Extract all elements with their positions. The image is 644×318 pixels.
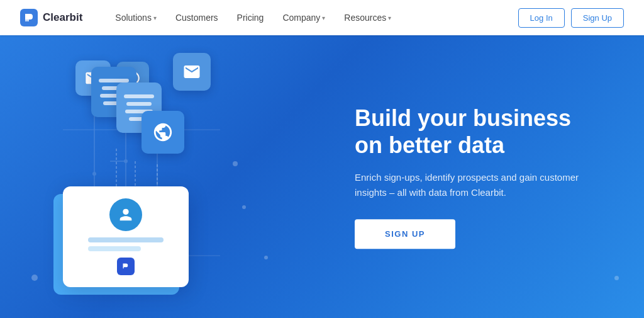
dot-5 bbox=[614, 276, 619, 280]
logo-icon bbox=[20, 9, 38, 26]
hero-illustration bbox=[19, 48, 283, 312]
nav-customers[interactable]: Customers bbox=[168, 9, 226, 26]
nav-pricing[interactable]: Pricing bbox=[230, 9, 272, 26]
avatar bbox=[109, 198, 142, 231]
nav-resources[interactable]: Resources ▾ bbox=[336, 9, 399, 26]
nav-solutions[interactable]: Solutions ▾ bbox=[108, 9, 164, 26]
hero-title: Build your business on better data bbox=[355, 105, 594, 159]
card-clearbit-logo bbox=[117, 258, 135, 275]
nav-actions: Log In Sign Up bbox=[518, 8, 624, 28]
logo-link[interactable]: Clearbit bbox=[20, 9, 82, 26]
hero-section: Build your business on better data Enric… bbox=[0, 35, 644, 318]
login-button[interactable]: Log In bbox=[518, 8, 565, 28]
company-chevron-icon: ▾ bbox=[322, 14, 325, 21]
brand-name: Clearbit bbox=[43, 11, 82, 24]
nav-links: Solutions ▾ Customers Pricing Company ▾ … bbox=[108, 9, 518, 26]
solutions-chevron-icon: ▾ bbox=[153, 14, 157, 21]
globe-icon-card-2 bbox=[142, 111, 184, 154]
navbar: Clearbit Solutions ▾ Customers Pricing C… bbox=[0, 0, 644, 35]
resources-chevron-icon: ▾ bbox=[388, 14, 391, 21]
hero-cta-button[interactable]: SIGN UP bbox=[355, 219, 455, 249]
signup-button[interactable]: Sign Up bbox=[571, 8, 624, 28]
hero-subtitle: Enrich sign-ups, identify prospects and … bbox=[355, 170, 594, 200]
person-card bbox=[63, 186, 189, 287]
nav-company[interactable]: Company ▾ bbox=[275, 9, 333, 26]
email-icon-card-2 bbox=[173, 53, 211, 91]
hero-content: Build your business on better data Enric… bbox=[355, 105, 594, 249]
svg-rect-1 bbox=[25, 20, 29, 21]
card-info-lines bbox=[88, 237, 164, 251]
